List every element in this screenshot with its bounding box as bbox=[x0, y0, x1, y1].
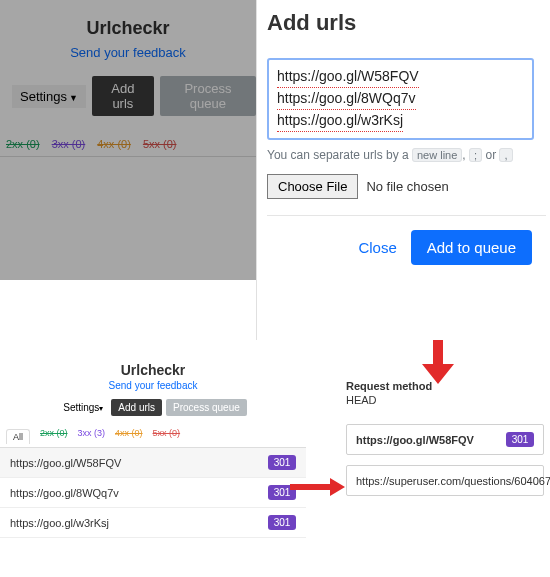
chevron-down-icon: ▾ bbox=[99, 404, 103, 413]
close-button[interactable]: Close bbox=[358, 239, 396, 256]
urls-textarea[interactable]: https://goo.gl/W58FQV https://goo.gl/8WQ… bbox=[267, 58, 534, 140]
process-queue-button[interactable]: Process queue bbox=[166, 399, 247, 416]
status-badge: 301 bbox=[268, 515, 296, 530]
hint-or: or bbox=[485, 148, 496, 162]
url-line: https://goo.gl/8WQq7v bbox=[277, 88, 416, 110]
url-row[interactable]: https://goo.gl/8WQq7v 301 bbox=[0, 478, 306, 508]
hint-semicolon: ; bbox=[469, 148, 482, 162]
hint-text: You can separate urls by a bbox=[267, 148, 409, 162]
settings-label: Settings bbox=[63, 402, 99, 413]
hint-comma: , bbox=[499, 148, 512, 162]
tab-2xx[interactable]: 2xx (0) bbox=[40, 428, 68, 443]
url-text: https://goo.gl/w3rKsj bbox=[10, 517, 109, 529]
hint-newline: new line bbox=[412, 148, 462, 162]
arrow-right-icon bbox=[290, 477, 346, 497]
tab-5xx[interactable]: 5xx (0) bbox=[153, 428, 181, 443]
add-urls-button[interactable]: Add urls bbox=[111, 399, 162, 416]
redirect-url: https://goo.gl/W58FQV bbox=[356, 434, 474, 446]
app-logo: Urlcheckr bbox=[0, 352, 306, 378]
hint-sep: , bbox=[462, 148, 465, 162]
tab-all[interactable]: All bbox=[6, 429, 30, 444]
url-text: https://goo.gl/W58FQV bbox=[10, 457, 121, 469]
urls-hint: You can separate urls by a new line, ; o… bbox=[267, 148, 550, 162]
add-urls-modal: Add urls https://goo.gl/W58FQV https://g… bbox=[256, 0, 550, 340]
redirect-item[interactable]: https://superuser.com/questions/604067/ … bbox=[346, 465, 544, 496]
arrow-down-icon bbox=[420, 340, 456, 386]
tab-3xx[interactable]: 3xx (3) bbox=[78, 428, 106, 443]
url-row[interactable]: https://goo.gl/w3rKsj 301 bbox=[0, 508, 306, 538]
url-line: https://goo.gl/W58FQV bbox=[277, 66, 419, 88]
tab-4xx[interactable]: 4xx (0) bbox=[115, 428, 143, 443]
url-line: https://goo.gl/w3rKsj bbox=[277, 110, 403, 132]
feedback-link[interactable]: Send your feedback bbox=[0, 380, 306, 391]
modal-title: Add urls bbox=[267, 10, 550, 36]
file-status: No file chosen bbox=[366, 179, 448, 194]
url-row[interactable]: https://goo.gl/W58FQV 301 bbox=[0, 448, 306, 478]
redirect-item[interactable]: https://goo.gl/W58FQV 301 bbox=[346, 424, 544, 455]
redirect-url: https://superuser.com/questions/604067/ bbox=[356, 475, 550, 487]
add-to-queue-button[interactable]: Add to queue bbox=[411, 230, 532, 265]
settings-dropdown[interactable]: Settings▾ bbox=[59, 400, 107, 415]
request-method-value: HEAD bbox=[346, 394, 544, 406]
url-text: https://goo.gl/8WQq7v bbox=[10, 487, 119, 499]
status-badge: 301 bbox=[506, 432, 534, 447]
status-badge: 301 bbox=[268, 455, 296, 470]
modal-backdrop bbox=[0, 0, 256, 280]
choose-file-button[interactable]: Choose File bbox=[267, 174, 358, 199]
